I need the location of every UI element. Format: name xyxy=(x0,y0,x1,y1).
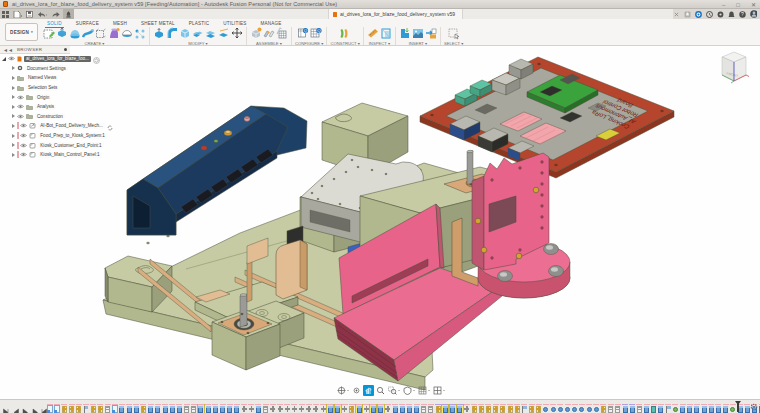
tool-move-copy-icon[interactable] xyxy=(231,27,243,40)
browser-row-7[interactable]: AI-Bot_Food_Delivery_Mech... xyxy=(0,121,112,131)
close-button[interactable]: ✕ xyxy=(751,2,756,8)
timeline-feature-3[interactable] xyxy=(69,405,75,413)
ribbon-tab-solid[interactable]: SOLID xyxy=(40,20,69,27)
tool-fillet-icon[interactable] xyxy=(166,27,178,40)
timeline-feature-57[interactable] xyxy=(457,405,463,413)
timeline-feature-81[interactable] xyxy=(629,405,635,413)
nav-viewports-button[interactable] xyxy=(432,385,446,396)
timeline-feature-91[interactable] xyxy=(701,405,707,413)
timeline-feature-10[interactable] xyxy=(119,405,125,413)
visibility-eye-icon[interactable] xyxy=(20,152,27,157)
timeline-feature-30[interactable] xyxy=(263,405,269,413)
tool-as-built-joint-icon[interactable] xyxy=(276,27,288,40)
browser-pin-icon[interactable] xyxy=(64,48,67,51)
browser-row-label[interactable]: Kiosk_Customer_End_Point:1 xyxy=(38,142,103,148)
minimize-button[interactable]: – xyxy=(722,2,725,8)
nav-display-settings-button[interactable] xyxy=(402,385,416,396)
timeline-feature-92[interactable] xyxy=(708,405,714,413)
expand-arrow-icon[interactable] xyxy=(12,124,15,128)
tool-offset-face-icon[interactable] xyxy=(205,27,217,40)
browser-row-label[interactable]: Selection Sets xyxy=(26,85,59,91)
timeline-feature-62[interactable] xyxy=(493,405,499,413)
timeline-feature-2[interactable] xyxy=(61,405,67,413)
ribbon-tab-sheet-metal[interactable]: SHEET METAL xyxy=(134,20,182,27)
visibility-eye-icon[interactable] xyxy=(20,143,27,148)
timeline-feature-89[interactable] xyxy=(687,405,693,413)
ribbon-group-label[interactable]: MODIFY ▾ xyxy=(188,41,207,46)
timeline-feature-13[interactable] xyxy=(140,405,146,413)
tool-sweep-icon[interactable] xyxy=(82,27,94,40)
timeline-feature-16[interactable] xyxy=(162,405,168,413)
timeline-feature-63[interactable] xyxy=(500,405,506,413)
design-canvas[interactable]: Cooking_LoRaAI_AutonomousRobot ControlBo… xyxy=(0,46,760,399)
tool-pattern-icon[interactable] xyxy=(134,27,146,40)
visibility-eye-icon[interactable] xyxy=(20,123,27,128)
timeline-feature-93[interactable] xyxy=(715,405,721,413)
expand-arrow-icon[interactable] xyxy=(12,105,15,109)
timeline-feature-39[interactable] xyxy=(327,405,333,413)
qat-undo-icon[interactable] xyxy=(35,9,49,19)
browser-row-label[interactable]: Document Settings xyxy=(25,65,68,71)
timeline-feature-28[interactable] xyxy=(248,405,254,413)
timeline-feature-29[interactable] xyxy=(255,405,261,413)
visibility-eye-icon[interactable] xyxy=(17,95,24,100)
timeline-feature-61[interactable] xyxy=(485,405,491,413)
expand-arrow-icon[interactable] xyxy=(12,86,15,90)
expand-arrow-icon[interactable] xyxy=(12,66,15,70)
view-cube[interactable]: FRONT RIGHT xyxy=(708,48,754,88)
tool-insert-derive-icon[interactable] xyxy=(399,27,411,40)
motor-shaft[interactable] xyxy=(467,151,473,185)
nav-pan-button[interactable] xyxy=(363,385,374,396)
timeline-feature-40[interactable] xyxy=(335,405,341,413)
timeline-feature-19[interactable] xyxy=(184,405,190,413)
timeline-feature-56[interactable] xyxy=(450,405,456,413)
timeline-feature-82[interactable] xyxy=(636,405,642,413)
timeline-feature-21[interactable] xyxy=(198,405,204,413)
browser-row-label[interactable]: Construction xyxy=(35,113,65,119)
nav-look-at-button[interactable] xyxy=(351,385,362,396)
qat-redo-icon[interactable] xyxy=(49,9,63,19)
timeline-feature-67[interactable] xyxy=(529,405,535,413)
browser-row-10[interactable]: Kiosk_Main_Control_Panel:1 xyxy=(0,150,112,160)
timeline-feature-87[interactable] xyxy=(672,405,678,413)
ribbon-group-label[interactable]: CONFIGURE ▾ xyxy=(295,41,323,46)
timeline-feature-32[interactable] xyxy=(277,405,283,413)
timeline-feature-66[interactable] xyxy=(521,405,527,413)
timeline-feature-44[interactable] xyxy=(363,405,369,413)
browser-row-label[interactable]: Food_Prep_to_Kiosk_System:1 xyxy=(38,133,107,139)
expand-arrow-icon[interactable] xyxy=(12,95,15,99)
ribbon-group-label[interactable]: CONSTRUCT ▾ xyxy=(330,41,359,46)
timeline-feature-37[interactable] xyxy=(313,405,319,413)
ribbon-tab-utilities[interactable]: UTILITIES xyxy=(216,20,253,27)
tool-configuration-icon[interactable]: Q xyxy=(297,27,309,40)
tool-section-analysis-icon[interactable] xyxy=(380,27,392,40)
ribbon-tab-mesh[interactable]: MESH xyxy=(106,20,134,27)
workspace-selector[interactable]: DESIGN▾ xyxy=(5,23,38,41)
tool-construct-plane-icon[interactable] xyxy=(339,27,351,40)
timeline-feature-8[interactable] xyxy=(105,405,111,413)
timeline-feature-59[interactable] xyxy=(471,405,477,413)
timeline-feature-35[interactable] xyxy=(299,405,305,413)
ribbon-tab-manage[interactable]: MANAGE xyxy=(253,20,288,27)
timeline-feature-74[interactable] xyxy=(579,405,585,413)
expand-arrow-icon[interactable] xyxy=(12,153,15,157)
expand-arrow-icon[interactable] xyxy=(2,57,6,61)
timeline-feature-78[interactable] xyxy=(608,405,614,413)
tool-extrude-icon[interactable] xyxy=(56,27,68,40)
browser-row-6[interactable]: Construction xyxy=(0,112,112,122)
notifications-button[interactable] xyxy=(728,11,735,18)
browser-row-label[interactable]: Kiosk_Main_Control_Panel:1 xyxy=(38,152,101,158)
timeline-feature-55[interactable] xyxy=(442,405,448,413)
timeline-feature-64[interactable] xyxy=(507,405,513,413)
tool-measure-icon[interactable] xyxy=(367,27,379,40)
timeline-feature-24[interactable] xyxy=(220,405,226,413)
browser-row-4[interactable]: Origin xyxy=(0,92,112,102)
ribbon-tab-surface[interactable]: SURFACE xyxy=(69,20,106,27)
tool-form-icon[interactable] xyxy=(121,27,133,40)
timeline-feature-42[interactable] xyxy=(349,405,355,413)
timeline-feature-41[interactable] xyxy=(342,405,348,413)
timeline-feature-51[interactable] xyxy=(414,405,420,413)
browser-row-2[interactable]: Named Views xyxy=(0,73,112,83)
browser-row-0[interactable]: ai_drives_lora_for_blaze_foo... xyxy=(0,54,112,64)
qat-application-menu-icon[interactable] xyxy=(0,9,11,19)
